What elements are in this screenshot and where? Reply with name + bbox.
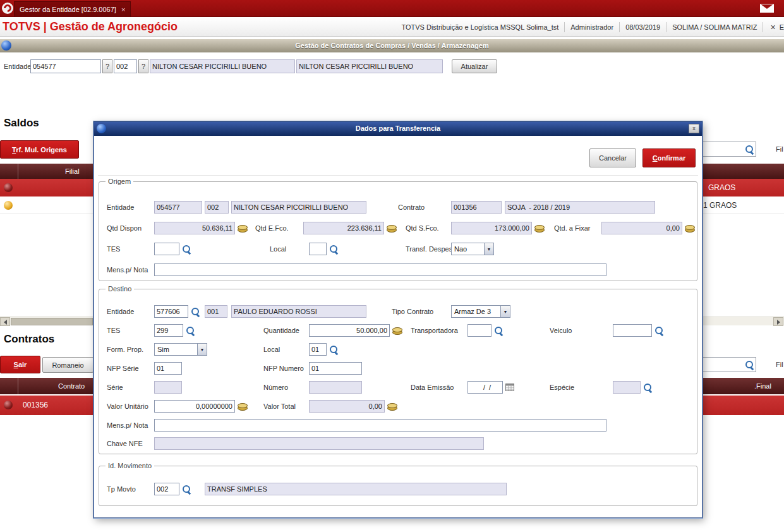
entidade-store-input[interactable] (114, 59, 137, 73)
transf-despesa-value: Nao (454, 245, 467, 253)
especie-lookup-icon[interactable] (643, 383, 653, 392)
form-prop-label: Form. Prop. (107, 346, 143, 353)
valor-unitario-label: Valor Unitário (107, 402, 148, 410)
dropdown-arrow-icon[interactable] (484, 243, 494, 255)
form-prop-select[interactable]: Sim (154, 343, 207, 356)
header-close-icon[interactable]: × (770, 22, 775, 32)
cancelar-button[interactable]: Cancelar (589, 148, 636, 167)
especie-label: Espécie (550, 384, 574, 391)
col-final[interactable]: .Final (754, 382, 771, 390)
nfp-serie-input[interactable] (154, 362, 182, 375)
confirmar-button[interactable]: Confirmar (642, 148, 696, 167)
contratos-search-icon[interactable] (745, 360, 754, 370)
destino-entidade-code-input[interactable] (154, 305, 188, 318)
qtd-efco-label: Qtd E.Fco. (255, 224, 289, 232)
money-icon (534, 224, 545, 232)
destino-mens-input[interactable] (154, 419, 606, 432)
nfp-numero-input[interactable] (309, 362, 362, 375)
transportadora-lookup-icon[interactable] (494, 326, 504, 336)
origem-mens-input[interactable] (154, 263, 606, 276)
entity-manager-tab[interactable]: Gestor da Entidade [02.9.0067] × (14, 1, 131, 17)
contrato-cell: 001356 (23, 401, 48, 409)
entidade-store-lookup-button[interactable]: ? (138, 59, 148, 73)
calendar-icon[interactable] (505, 382, 514, 394)
scroll-left-button[interactable] (0, 317, 10, 326)
qtd-efco-field (303, 222, 384, 234)
col-filial[interactable]: Filial (65, 167, 80, 175)
nfp-numero-label: NFP Numero (263, 365, 304, 372)
destino-mens-label: Mens.p/ Nota (107, 421, 148, 429)
entidade-lookup-icon[interactable] (191, 307, 200, 317)
scroll-right-button[interactable] (773, 317, 783, 326)
origem-mens-label: Mens.p/ Nota (107, 266, 148, 274)
tes-lookup-icon[interactable] (186, 326, 195, 336)
transportadora-label: Transportadora (411, 327, 458, 334)
local-lookup-icon[interactable] (329, 245, 339, 254)
app-header: TOTVS | Gestão de Agronegócio TOTVS Dist… (0, 18, 784, 37)
destino-tes-label: TES (107, 327, 120, 334)
qtd-fixar-field (601, 222, 682, 234)
saldos-filter-label: Fil (776, 145, 783, 153)
tab-title: Gestor da Entidade [02.9.0067] (20, 6, 116, 13)
entidade-name-field (150, 59, 295, 73)
serie-field (154, 381, 182, 394)
money-icon (238, 224, 248, 232)
mail-icon[interactable] (760, 4, 774, 13)
origem-tes-input[interactable] (154, 243, 179, 255)
local-lookup-icon[interactable] (329, 345, 339, 354)
col-contrato[interactable]: Contrato (58, 382, 85, 390)
data-emissao-input[interactable] (467, 381, 503, 394)
taskbar: Gestor da Entidade [02.9.0067] × (0, 0, 784, 17)
tp-movto-lookup-icon[interactable] (182, 485, 191, 494)
destino-local-input[interactable] (309, 343, 327, 356)
nfp-serie-label: NFP Série (107, 365, 139, 372)
origem-contrato-code-field (451, 201, 502, 214)
transportadora-input[interactable] (467, 324, 492, 337)
origem-entidade-code-field (154, 201, 202, 214)
veiculo-label: Veiculo (550, 327, 572, 334)
atualizar-button[interactable]: Atualizar (452, 59, 497, 73)
entidade-code-input[interactable] (30, 59, 101, 73)
scroll-thumb[interactable] (11, 318, 93, 325)
valor-unitario-input[interactable] (154, 400, 235, 413)
destino-fieldset: Destino Entidade Tipo Contrato Armaz De … (99, 289, 697, 454)
sair-button[interactable]: Sair (0, 356, 40, 373)
tes-lookup-icon[interactable] (182, 245, 191, 254)
divider (619, 22, 620, 32)
destino-tes-input[interactable] (154, 324, 183, 337)
entidade-code-lookup-button[interactable]: ? (102, 59, 112, 73)
chave-nfe-label: Chave NFE (107, 440, 143, 447)
quantidade-input[interactable] (309, 324, 390, 337)
origem-entidade-label: Entidade (107, 203, 134, 211)
company-label: SOLIMA / SOLIMA MATRIZ (672, 23, 757, 31)
row-right-text: 1 GRAOS (703, 201, 737, 210)
origem-entidade-name-field (231, 201, 366, 214)
id-movimento-legend: Id. Movimento (106, 462, 154, 469)
qtd-sfco-label: Qtd S.Fco. (406, 224, 439, 232)
dialog-title: Dados para Transferencia (94, 124, 702, 132)
veiculo-lookup-icon[interactable] (654, 326, 664, 336)
trf-mul-origens-button[interactable]: Trf. Mul. Origens (0, 140, 79, 159)
tp-movto-label: Tp Movto (107, 485, 136, 493)
veiculo-input[interactable] (613, 324, 652, 337)
form-prop-value: Sim (157, 346, 169, 353)
tipo-contrato-select[interactable]: Armaz De 3 (451, 305, 510, 318)
origem-local-input[interactable] (309, 243, 327, 255)
window-title: Gestão de Contratos de Compras / Vendas … (0, 42, 784, 49)
dropdown-arrow-icon[interactable] (500, 305, 510, 318)
tipo-contrato-value: Armaz De 3 (454, 308, 491, 315)
romaneio-button[interactable]: Romaneio (42, 357, 93, 373)
serie-label: Série (107, 384, 123, 391)
transfer-dialog: Dados para Transferencia x Cancelar Conf… (93, 121, 703, 518)
tp-movto-input[interactable] (154, 483, 179, 495)
qtd-fixar-label: Qtd. a Fixar (554, 224, 590, 232)
transf-despesa-select[interactable]: Nao (451, 243, 494, 255)
dialog-close-button[interactable]: x (689, 124, 699, 133)
origem-contrato-label: Contrato (398, 203, 425, 211)
dropdown-arrow-icon[interactable] (197, 343, 207, 356)
user-label: Administrador (570, 23, 613, 31)
row-status-icon (4, 201, 13, 210)
dialog-titlebar: Dados para Transferencia x (94, 122, 702, 136)
saldos-search-icon[interactable] (745, 145, 754, 154)
tab-close-icon[interactable]: × (121, 6, 125, 13)
